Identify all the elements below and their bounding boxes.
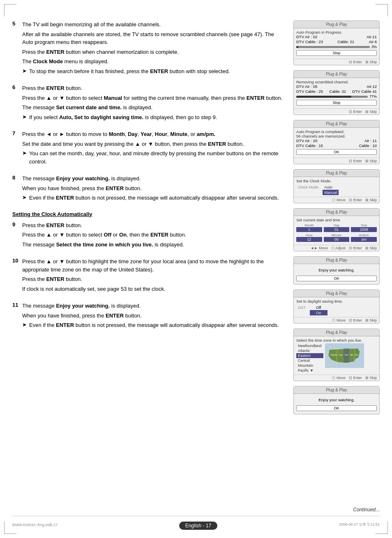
- panel4-move: ⬡ Move: [332, 198, 346, 202]
- note-arrow-8: ➤: [22, 194, 27, 202]
- tz-mountain[interactable]: Mountain: [296, 363, 323, 368]
- panel7-on-option[interactable]: On: [310, 310, 327, 315]
- panel3-row1: DTV Air : 20 Air : 11: [296, 138, 377, 143]
- panel1-enter: ⊡ Enter: [349, 60, 362, 64]
- step11-p2: When you have finished, press the ENTER …: [22, 312, 285, 320]
- panel7-dst-label: DST: [296, 305, 307, 315]
- panel7-options-row: DST Off On: [296, 305, 377, 315]
- panel5-year-val: 2008: [351, 227, 377, 232]
- panel8-skip: ⊞ Skip: [365, 376, 377, 380]
- note-arrow-11: ➤: [22, 322, 27, 329]
- svg-text:Cent: Cent: [344, 354, 348, 356]
- note-arrow-6: ➤: [22, 114, 27, 122]
- panel6-title: Plug & Play: [294, 257, 379, 264]
- panel3-line1: Auto Program is completed.: [296, 129, 377, 134]
- panel-auto-program-1: Plug & Play Auto Program in Progress. DT…: [293, 21, 380, 65]
- tz-pacific[interactable]: Pacific ▼: [296, 368, 323, 373]
- note-arrow-7: ➤: [22, 150, 27, 166]
- step8-p1: The message Enjoy your watching. is disp…: [22, 175, 285, 183]
- panel2-footer: ⊡ Enter ⊞ Skip: [294, 108, 379, 115]
- panel5-ampm: am/pm am: [351, 233, 377, 242]
- panel9-title: Plug & Play: [294, 386, 379, 394]
- panel-auto-program-2: Plug & Play Removing scrambled channel. …: [293, 70, 380, 115]
- step-11: 11 The message Enjoy your watching. is d…: [12, 302, 285, 331]
- panel7-enter: ⊡ Enter: [349, 318, 362, 322]
- panel-datetime: Plug & Play Set current date and time Mo…: [293, 208, 380, 251]
- panel4-manual-option[interactable]: Manual: [323, 190, 339, 195]
- tz-central[interactable]: Central: [296, 358, 323, 363]
- svg-text:Atlantic: Atlantic: [330, 354, 337, 356]
- svg-text:Mtn: Mtn: [350, 354, 353, 356]
- step7-note-text: You can set the month, day, year, hour, …: [29, 149, 285, 166]
- panel3-air-label: DTV Air : 20: [296, 138, 317, 143]
- panel1-progress-bar-container: [296, 46, 370, 48]
- step5-p1: The TV will begin memorizing all of the …: [22, 21, 285, 29]
- step6-p2: Press the ▲ or ▼ button to select Manual…: [22, 94, 285, 102]
- panel2-skip: ⊞ Skip: [365, 110, 377, 114]
- panel9-body: Enjoy your watching. OK: [294, 394, 379, 414]
- panel7-options: Off On: [310, 305, 327, 315]
- panel4-options: Auto Manual: [323, 184, 339, 195]
- step-8: 8 The message Enjoy your watching. is di…: [12, 175, 285, 204]
- tz-atlantic[interactable]: Atlantic: [296, 348, 323, 353]
- panel5-year: Year 2008: [351, 223, 377, 232]
- panel5-hour: Hour 12: [296, 233, 322, 242]
- panel2-row1: DTV Air : 05 Air:12: [296, 84, 377, 89]
- panel5-adjust: ⬡ Adjust: [331, 246, 346, 250]
- step6-note-text: If you select Auto, Set to daylight savi…: [29, 113, 285, 122]
- panel2-cable-label: DTV Cable : 25: [296, 89, 323, 94]
- panel3-body: Auto Program is completed. 56 channels a…: [294, 128, 379, 158]
- step-number-8: 8: [12, 175, 19, 204]
- step5-p4: The Clock Mode menu is displayed.: [22, 57, 285, 66]
- panel6-ok-btn[interactable]: OK: [296, 276, 377, 281]
- panel8-line1: Select the time zone in which you live.: [296, 338, 377, 343]
- panel5-enter: ⊡ Enter: [349, 246, 362, 250]
- panel5-day-val: 01: [324, 227, 350, 232]
- step9-p2: Press the ▲ or ▼ button to select Off or…: [22, 231, 285, 239]
- panel2-enter: ⊡ Enter: [349, 110, 362, 114]
- panel5-row1: Month 1 Day 01 Year 2008: [296, 223, 377, 232]
- timezone-list: Newfoundland Atlantic Eastern Central Mo…: [296, 343, 323, 373]
- panel1-stop-btn[interactable]: Stop: [296, 50, 377, 56]
- panel3-skip: ⊞ Skip: [365, 159, 377, 163]
- step-content-8: The message Enjoy your watching. is disp…: [22, 175, 285, 204]
- step5-p3: Press the ENTER button when channel memo…: [22, 48, 285, 56]
- panel7-off-option[interactable]: Off: [310, 305, 327, 310]
- panel3-row2: DTV Cable : 15 Cable : 10: [296, 143, 377, 148]
- panel1-line1: Auto Program in Progress.: [296, 30, 377, 34]
- panel8-title: Plug & Play: [294, 329, 379, 336]
- step5-p2: After all the available channels are sto…: [22, 30, 285, 46]
- step6-note: ➤ If you select Auto, Set to daylight sa…: [22, 113, 285, 122]
- panel5-line1: Set current date and time: [296, 218, 377, 222]
- panel-timezone: Plug & Play Select the time zone in whic…: [293, 329, 380, 381]
- panel1-skip: ⊞ Skip: [365, 60, 377, 64]
- right-column: Plug & Play Auto Program in Progress. DT…: [293, 21, 380, 417]
- panel4-auto-option[interactable]: Auto: [323, 184, 339, 190]
- step11-note-text: Even if the ENTER button is not pressed,…: [29, 321, 285, 329]
- step9-p3: The message Select the time zone in whic…: [22, 241, 285, 249]
- tz-newfoundland[interactable]: Newfoundland: [296, 343, 323, 348]
- tz-eastern[interactable]: Eastern: [296, 353, 323, 358]
- panel2-stop-btn[interactable]: Stop: [296, 100, 377, 106]
- panel4-footer: ⬡ Move ⊡ Enter ⊞ Skip: [294, 197, 379, 203]
- panel5-month-label: Month: [296, 223, 322, 227]
- step-number-11: 11: [12, 302, 19, 331]
- step5-note: ➤ To stop the search before it has finis…: [22, 67, 285, 76]
- panel3-ok-btn[interactable]: OK: [296, 149, 377, 155]
- page-container: 5 The TV will begin memorizing all of th…: [0, 0, 392, 538]
- footer-file: BN68-01653A~Eng.indb 17: [12, 523, 58, 527]
- panel1-title: Plug & Play: [294, 21, 379, 28]
- tz-map-container: Atlantic East Cent Mtn Pac: [325, 343, 377, 373]
- panel1-body: Auto Program in Progress. DTV Air : 02 A…: [294, 28, 379, 59]
- step9-p1: Press the ENTER button.: [22, 221, 285, 230]
- panel7-body: Set to daylight saving time. DST Off On: [294, 297, 379, 317]
- panel4-title: Plug & Play: [294, 170, 379, 177]
- panel2-cable32: Cable: 32: [329, 89, 346, 94]
- panel-enjoy-2: Plug & Play Enjoy your watching. OK: [293, 386, 380, 414]
- panel9-ok-btn[interactable]: OK: [296, 405, 377, 411]
- panel1-cable-label: DTV Cable : 23: [296, 39, 323, 44]
- panel-auto-program-done: Plug & Play Auto Program is completed. 5…: [293, 120, 380, 164]
- step6-p3: The message Set current date and time. i…: [22, 103, 285, 112]
- panel5-minute-label: Minute: [324, 233, 350, 237]
- panel-clock-mode: Plug & Play Set the Clock Mode. Clock Mo…: [293, 169, 380, 203]
